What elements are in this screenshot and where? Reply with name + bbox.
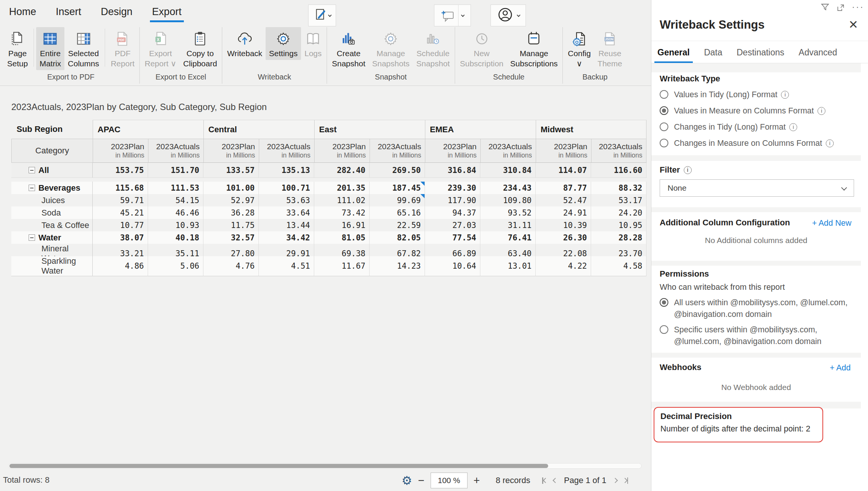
- row-label[interactable]: All: [11, 163, 93, 177]
- add-webhook-link[interactable]: + Add: [830, 363, 851, 373]
- comment-dropdown-button[interactable]: [458, 5, 467, 26]
- schedule-snapshot-button[interactable]: ScheduleSnapshot: [413, 27, 453, 70]
- account-button[interactable]: [491, 5, 526, 26]
- measure-header[interactable]: 2023Actualsin Millions: [259, 139, 314, 163]
- zoom-level-input[interactable]: 100 %: [431, 473, 468, 488]
- value-cell[interactable]: 22.59: [370, 219, 425, 231]
- value-cell[interactable]: 34.42: [259, 231, 314, 244]
- writeback-logs-button[interactable]: Logs: [301, 27, 325, 60]
- writeback-button[interactable]: Writeback: [224, 27, 266, 60]
- collapse-toggle-icon[interactable]: [29, 234, 35, 241]
- value-cell[interactable]: 4.76: [203, 256, 259, 276]
- copy-to-clipboard-button[interactable]: Copy toClipboard: [180, 27, 220, 70]
- value-cell[interactable]: 100.71: [259, 182, 314, 194]
- collapse-toggle-icon[interactable]: [29, 167, 35, 173]
- value-cell[interactable]: 31.11: [480, 219, 536, 231]
- value-cell[interactable]: 115.68: [93, 182, 148, 194]
- info-icon[interactable]: i: [781, 91, 789, 99]
- value-cell[interactable]: 117.90: [425, 194, 480, 206]
- radio-specific-users[interactable]: Specific users within @mobilitysys.com, …: [660, 324, 851, 347]
- export-report-button[interactable]: X ExportReport ∨: [141, 27, 180, 70]
- value-cell[interactable]: 27.03: [425, 219, 480, 231]
- measure-header[interactable]: 2023Planin Millions: [536, 139, 591, 163]
- column-group-header[interactable]: Central: [203, 120, 314, 139]
- row-label[interactable]: Juices: [11, 194, 93, 206]
- value-cell[interactable]: 73.42: [314, 206, 370, 219]
- value-cell[interactable]: 36.28: [203, 206, 259, 219]
- value-cell[interactable]: 114.07: [536, 163, 591, 177]
- measure-header[interactable]: 2023Actualsin Millions: [591, 139, 646, 163]
- filter-select[interactable]: None: [660, 179, 854, 197]
- tab-data[interactable]: Data: [703, 44, 723, 61]
- row-label[interactable]: Soda: [11, 206, 93, 219]
- value-cell[interactable]: 99.69: [370, 194, 425, 206]
- edit-mode-button[interactable]: [308, 5, 336, 26]
- entire-matrix-button[interactable]: EntireMatrix: [36, 27, 64, 70]
- value-cell[interactable]: 45.21: [93, 206, 148, 219]
- filter-icon[interactable]: [821, 3, 830, 14]
- display-settings-gear-icon[interactable]: ⚙: [402, 475, 412, 486]
- value-cell[interactable]: 53.17: [591, 194, 646, 206]
- measure-header[interactable]: 2023Planin Millions: [425, 139, 480, 163]
- column-group-header[interactable]: East: [314, 120, 425, 139]
- value-cell[interactable]: 94.37: [425, 206, 480, 219]
- radio-values-measure-columns[interactable]: Values in Measure on Columns Formati: [660, 105, 825, 117]
- value-cell[interactable]: 82.05: [370, 231, 425, 244]
- value-cell[interactable]: 5.06: [148, 256, 203, 276]
- value-cell[interactable]: 133.57: [203, 163, 259, 177]
- value-cell[interactable]: 93.52: [480, 206, 536, 219]
- tab-insert[interactable]: Insert: [55, 2, 82, 21]
- value-cell[interactable]: 10.95: [591, 219, 646, 231]
- value-cell[interactable]: 201.35: [314, 182, 370, 194]
- measure-header[interactable]: 2023Planin Millions: [93, 139, 148, 163]
- value-cell[interactable]: 310.84: [480, 163, 536, 177]
- value-cell[interactable]: 10.77: [93, 219, 148, 231]
- info-icon[interactable]: i: [684, 166, 692, 174]
- value-cell[interactable]: 4.58: [591, 256, 646, 276]
- tab-export[interactable]: Export: [151, 2, 182, 21]
- measure-header[interactable]: 2023Planin Millions: [203, 139, 259, 163]
- column-group-header[interactable]: EMEA: [425, 120, 536, 139]
- value-cell[interactable]: 101.00: [203, 182, 259, 194]
- measure-header[interactable]: 2023Actualsin Millions: [480, 139, 536, 163]
- value-cell[interactable]: 81.05: [314, 231, 370, 244]
- value-cell[interactable]: 76.41: [480, 231, 536, 244]
- reuse-theme-button[interactable]: JSON ReuseTheme: [594, 27, 625, 70]
- tab-advanced[interactable]: Advanced: [798, 44, 838, 61]
- value-cell[interactable]: 4.86: [93, 256, 148, 276]
- close-icon[interactable]: ✕: [848, 19, 858, 31]
- decimal-precision-description[interactable]: Number of digits after the decimal point…: [660, 424, 810, 434]
- manage-snapshots-button[interactable]: ManageSnapshots: [369, 27, 413, 70]
- value-cell[interactable]: 46.46: [148, 206, 203, 219]
- row-label[interactable]: Water: [11, 231, 93, 244]
- radio-values-tidy[interactable]: Values in Tidy (Long) Formati: [660, 89, 789, 101]
- measure-header[interactable]: 2023Actualsin Millions: [370, 139, 425, 163]
- create-snapshot-button[interactable]: CreateSnapshot: [329, 27, 369, 70]
- value-cell[interactable]: 111.02: [314, 194, 370, 206]
- row-label[interactable]: Tea & Coffee: [11, 219, 93, 231]
- value-cell[interactable]: 187.45: [370, 182, 425, 194]
- value-cell[interactable]: 10.64: [425, 256, 480, 276]
- value-cell[interactable]: 239.30: [425, 182, 480, 194]
- info-icon[interactable]: i: [789, 123, 797, 131]
- value-cell[interactable]: 87.77: [536, 182, 591, 194]
- value-cell[interactable]: 40.18: [148, 231, 203, 244]
- value-cell[interactable]: 33.64: [259, 206, 314, 219]
- add-new-column-link[interactable]: + Add New: [812, 219, 851, 228]
- radio-changes-tidy[interactable]: Changes in Tidy (Long) Formati: [660, 121, 797, 133]
- value-cell[interactable]: 26.30: [536, 231, 591, 244]
- measure-header[interactable]: 2023Actualsin Millions: [148, 139, 203, 163]
- value-cell[interactable]: 151.70: [148, 163, 203, 177]
- value-cell[interactable]: 10.93: [148, 219, 203, 231]
- value-cell[interactable]: 53.63: [259, 194, 314, 206]
- value-cell[interactable]: 116.60: [591, 163, 646, 177]
- last-page-button[interactable]: [622, 477, 629, 485]
- value-cell[interactable]: 52.47: [536, 194, 591, 206]
- measure-header[interactable]: 2023Planin Millions: [314, 139, 370, 163]
- value-cell[interactable]: 316.84: [425, 163, 480, 177]
- value-cell[interactable]: 11.67: [314, 256, 370, 276]
- value-cell[interactable]: 269.50: [370, 163, 425, 177]
- value-cell[interactable]: 13.44: [259, 219, 314, 231]
- row-label[interactable]: Sparkling Water: [11, 256, 93, 276]
- value-cell[interactable]: 77.54: [425, 231, 480, 244]
